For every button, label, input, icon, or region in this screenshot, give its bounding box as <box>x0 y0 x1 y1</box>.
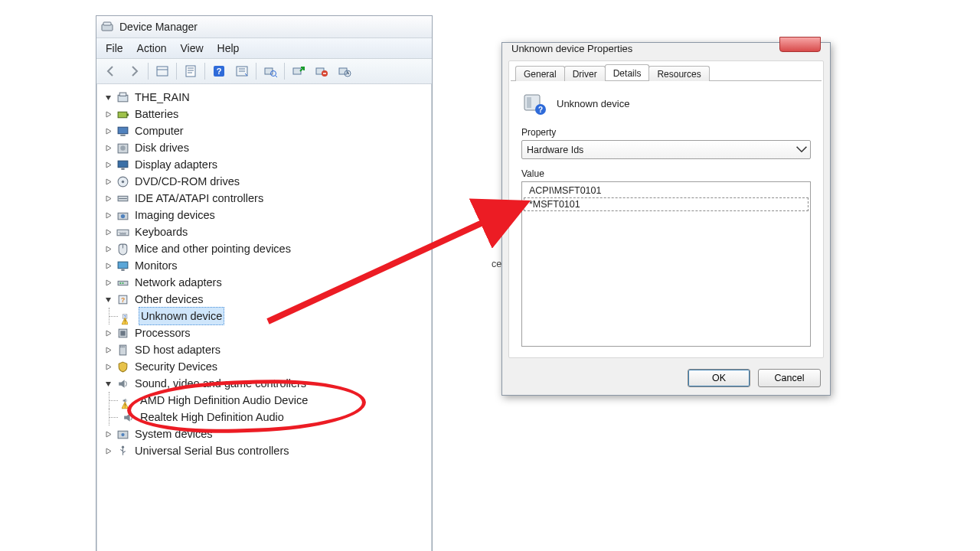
toolbar-uninstall-button[interactable] <box>310 60 333 83</box>
hardware-id-value[interactable]: ACPI\MSFT0101 <box>524 184 808 197</box>
svg-rect-23 <box>121 168 124 169</box>
toolbar-scan-hardware-button[interactable] <box>259 60 282 83</box>
expand-collapse-icon[interactable] <box>104 245 113 253</box>
tree-category[interactable]: SD host adapters <box>104 341 430 358</box>
tree-device[interactable]: Realtek High Definition Audio <box>104 409 430 425</box>
expand-collapse-icon[interactable] <box>104 295 113 304</box>
expand-collapse-icon[interactable] <box>104 93 113 102</box>
expand-collapse-icon[interactable] <box>104 211 113 220</box>
tree-category[interactable]: IDE ATA/ATAPI controllers <box>104 190 430 207</box>
menu-file[interactable]: File <box>106 42 123 54</box>
toolbar: ? <box>96 59 432 84</box>
tree-category[interactable]: ?Other devices <box>104 291 430 308</box>
cancel-button[interactable]: Cancel <box>758 369 821 387</box>
toolbar-disable-button[interactable] <box>333 60 356 83</box>
tree-category[interactable]: Universal Serial Bus controllers <box>104 442 430 459</box>
tree-category[interactable]: Computer <box>104 122 430 139</box>
toolbar-scan-button[interactable] <box>230 60 253 83</box>
device-manager-titlebar[interactable]: Device Manager <box>96 16 432 38</box>
svg-rect-18 <box>118 127 128 134</box>
computer-icon <box>116 125 129 138</box>
dialog-close-button[interactable] <box>779 37 821 52</box>
security-icon <box>116 360 129 373</box>
svg-rect-45 <box>124 406 125 407</box>
tree-category[interactable]: Imaging devices <box>104 207 430 223</box>
tree-category-label: Disk drives <box>133 139 191 156</box>
sound-icon <box>122 394 135 407</box>
tree-category[interactable]: Sound, video and game controllers <box>104 375 430 392</box>
tree-category-label: Security Devices <box>133 358 219 375</box>
expand-collapse-icon[interactable] <box>104 127 113 135</box>
svg-rect-15 <box>119 93 126 96</box>
tree-category[interactable]: Keyboards <box>104 223 430 240</box>
toolbar-help-button[interactable]: ? <box>207 60 230 83</box>
tab-driver[interactable]: Driver <box>564 66 606 81</box>
value-listbox[interactable]: ACPI\MSFT0101*MSFT0101 <box>521 181 811 347</box>
toolbar-properties-button[interactable] <box>179 60 202 83</box>
toolbar-separator <box>204 63 205 80</box>
tree-category-label: SD host adapters <box>133 341 222 358</box>
tree-category[interactable]: DVD/CD-ROM drives <box>104 173 430 190</box>
expand-collapse-icon[interactable] <box>104 194 113 203</box>
menu-view[interactable]: View <box>180 42 203 54</box>
expand-collapse-icon[interactable] <box>104 262 113 270</box>
expand-collapse-icon[interactable] <box>104 346 113 354</box>
tree-category[interactable]: Display adapters <box>104 156 430 173</box>
expand-collapse-icon[interactable] <box>104 178 113 186</box>
tree-category[interactable]: Monitors <box>104 257 430 274</box>
tree-root[interactable]: THE_RAIN <box>104 89 430 106</box>
svg-point-33 <box>119 282 121 283</box>
keyboard-icon <box>116 226 129 239</box>
tab-details[interactable]: Details <box>605 64 650 80</box>
tree-category[interactable]: System devices <box>104 425 430 442</box>
toolbar-update-driver-button[interactable] <box>287 60 310 83</box>
tree-category[interactable]: Mice and other pointing devices <box>104 240 430 257</box>
tree-category[interactable]: Disk drives <box>104 139 430 156</box>
property-combobox[interactable]: Hardware Ids <box>521 140 811 159</box>
svg-rect-40 <box>124 322 125 323</box>
tree-category[interactable]: Batteries <box>104 106 430 122</box>
tree-category[interactable]: Security Devices <box>104 358 430 375</box>
expand-collapse-icon[interactable] <box>104 363 113 371</box>
ok-button[interactable]: OK <box>688 369 750 387</box>
toolbar-show-hidden-button[interactable] <box>151 60 174 83</box>
tree-category[interactable]: Processors <box>104 324 430 341</box>
tree-device[interactable]: AMD High Definition Audio Device <box>104 392 430 409</box>
expand-collapse-icon[interactable] <box>104 144 113 152</box>
tree-category-label: Display adapters <box>133 156 219 173</box>
toolbar-forward-button[interactable] <box>122 60 145 83</box>
expand-collapse-icon[interactable] <box>104 380 113 388</box>
disc-icon <box>116 175 129 188</box>
svg-rect-16 <box>118 112 127 117</box>
tree-category[interactable]: Network adapters <box>104 274 430 291</box>
expand-collapse-icon[interactable] <box>104 161 113 169</box>
tree-device[interactable]: ?Unknown device <box>104 308 430 324</box>
svg-text:?: ? <box>217 67 222 76</box>
expand-collapse-icon[interactable] <box>104 329 113 337</box>
hardware-id-value[interactable]: *MSFT0101 <box>524 197 808 211</box>
expand-collapse-icon[interactable] <box>104 447 113 455</box>
expand-collapse-icon[interactable] <box>104 228 113 236</box>
svg-rect-19 <box>120 134 125 135</box>
toolbar-back-button[interactable] <box>100 60 122 83</box>
expand-collapse-icon[interactable] <box>104 110 113 119</box>
toolbar-separator <box>148 63 149 80</box>
tree-category-label: Other devices <box>133 291 204 308</box>
menu-action[interactable]: Action <box>137 42 167 54</box>
menubar: File Action View Help <box>96 38 432 59</box>
tab-general[interactable]: General <box>515 66 565 81</box>
svg-text:?: ? <box>121 295 125 303</box>
device-tree[interactable]: THE_RAINBatteriesComputerDisk drivesDisp… <box>96 84 432 551</box>
tree-device-label: Unknown device <box>139 307 224 325</box>
svg-point-25 <box>122 180 124 182</box>
toolbar-separator <box>284 63 285 80</box>
tab-resources[interactable]: Resources <box>648 66 709 81</box>
expand-collapse-icon[interactable] <box>104 279 113 287</box>
tree-category-label: Monitors <box>133 257 179 274</box>
tree-category-label: Network adapters <box>133 274 224 291</box>
menu-help[interactable]: Help <box>217 42 240 54</box>
svg-rect-50 <box>527 97 531 108</box>
sound-icon <box>122 411 135 424</box>
svg-rect-1 <box>103 22 111 25</box>
expand-collapse-icon[interactable] <box>104 430 113 439</box>
